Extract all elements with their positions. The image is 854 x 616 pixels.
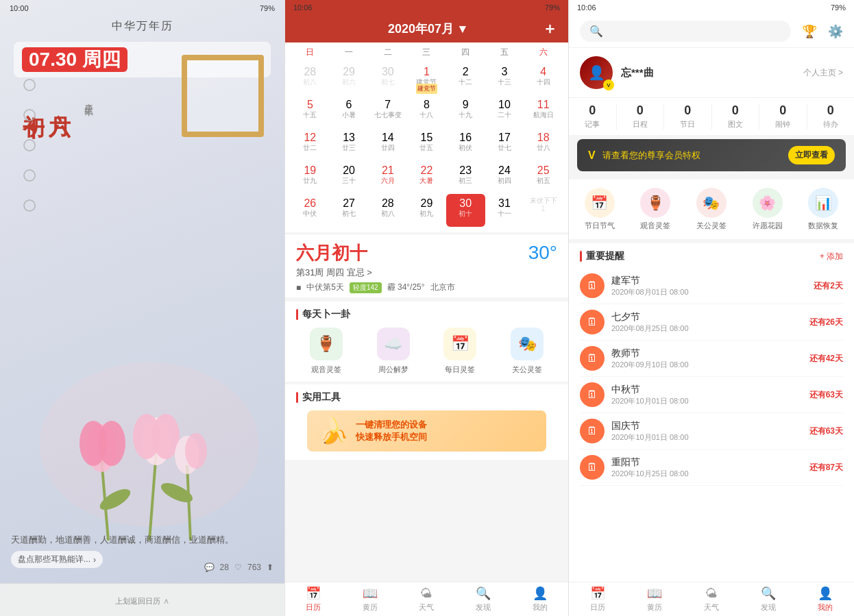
cal-day-22[interactable]: 22大暑 xyxy=(407,161,446,194)
cal-day-1[interactable]: 1 建党节 建党节 xyxy=(407,62,446,95)
feature-recovery[interactable]: 📊 数据恢复 xyxy=(798,188,849,231)
zhougong-icon: ☁️ xyxy=(377,328,410,360)
tools-section: 实用工具 🍌 一键清理您的设备 快速释放手机空间 xyxy=(285,384,568,460)
army-icon: 🗓 xyxy=(580,273,605,298)
tools-banner[interactable]: 🍌 一键清理您的设备 快速释放手机空间 xyxy=(307,410,546,452)
settings-icon[interactable]: ⚙️ xyxy=(828,24,843,39)
cal-day-11[interactable]: 11航海日 xyxy=(524,95,563,128)
cal-day-23[interactable]: 23初三 xyxy=(446,161,485,194)
cal-day-15[interactable]: 15廿五 xyxy=(407,128,446,161)
cal-day-26[interactable]: 26中伏 xyxy=(291,194,330,227)
nav-tab-mine[interactable]: 👤 我的 xyxy=(511,582,568,616)
right-nav-weather[interactable]: 🌤 天气 xyxy=(683,582,740,616)
stat-schedule-label: 日程 xyxy=(617,119,664,130)
add-reminder-button[interactable]: + 添加 xyxy=(820,251,843,262)
calendar-nav-icon: 📅 xyxy=(306,586,321,601)
banner-line1: 一键清理您的设备 xyxy=(356,419,427,431)
avatar: 👤 V xyxy=(580,56,613,89)
cal-day-20[interactable]: 20三十 xyxy=(330,161,369,194)
cal-day-8[interactable]: 8十八 xyxy=(407,95,446,128)
cal-day-6[interactable]: 6小暑 xyxy=(330,95,369,128)
cal-day-24[interactable]: 24初四 xyxy=(485,161,524,194)
cal-day-13[interactable]: 13廿三 xyxy=(330,128,369,161)
cal-day-25[interactable]: 25初五 xyxy=(524,161,563,194)
right-nav-mine[interactable]: 👤 我的 xyxy=(797,582,854,616)
svg-point-11 xyxy=(133,414,160,459)
nav-tab-discover[interactable]: 🔍 发现 xyxy=(455,582,512,616)
tool-guangong[interactable]: 🎭 关公灵签 xyxy=(497,328,557,375)
cal-day-27[interactable]: 27初七 xyxy=(330,194,369,227)
cal-day-28-prev[interactable]: 28初八 xyxy=(291,62,330,95)
recovery-icon: 📊 xyxy=(808,188,838,218)
profile-page-button[interactable]: 个人主页 > xyxy=(803,67,843,79)
tool-guanyin[interactable]: 🏺 观音灵签 xyxy=(296,328,356,375)
army-date: 2020年08月01日 08:00 xyxy=(611,287,807,297)
divination-title: 每天卜一卦 xyxy=(296,308,557,321)
stat-todo-label: 待办 xyxy=(807,119,855,130)
cal-day-14[interactable]: 14廿四 xyxy=(368,128,407,161)
nav-tab-weather[interactable]: 🌤 天气 xyxy=(398,582,455,616)
national-name: 国庆节 xyxy=(611,420,803,432)
nav-tab-huangli[interactable]: 📖 黄历 xyxy=(342,582,399,616)
cal-day-21[interactable]: 21六月 xyxy=(368,161,407,194)
cal-day-10[interactable]: 10二十 xyxy=(485,95,524,128)
right-nav-discover-label: 发现 xyxy=(761,602,776,613)
calendar-add-button[interactable]: ＋ xyxy=(542,19,557,39)
bottom-link[interactable]: 盘点那些耳熟能详... › xyxy=(11,551,103,568)
cal-day-3[interactable]: 3十三 xyxy=(485,62,524,95)
reminder-national: 🗓 国庆节 2020年10月01日 08:00 还有63天 xyxy=(580,413,843,449)
nav-label-weather: 天气 xyxy=(419,602,434,613)
cal-day-30-prev[interactable]: 30初七 xyxy=(368,62,407,95)
cal-day-7[interactable]: 7七七事变 xyxy=(368,95,407,128)
selected-lunar: 六月初十 xyxy=(296,241,367,265)
cal-day-1-next[interactable]: 末伏下下1 xyxy=(524,194,563,227)
tool-zhougong[interactable]: ☁️ 周公解梦 xyxy=(363,328,424,375)
weekday-sun: 日 xyxy=(291,47,330,58)
cal-day-16[interactable]: 16初伏 xyxy=(446,128,485,161)
cal-day-29[interactable]: 29初九 xyxy=(407,194,446,227)
cal-day-17[interactable]: 17廿七 xyxy=(485,128,524,161)
weather-desc: 霾 34°/25° xyxy=(387,282,425,293)
right-nav-calendar[interactable]: 📅 日历 xyxy=(569,582,626,616)
garden-icon: 🌸 xyxy=(753,188,783,218)
cal-day-29-prev[interactable]: 29初六 xyxy=(330,62,369,95)
chongyang-name: 重阳节 xyxy=(611,456,803,469)
cal-day-2[interactable]: 2十二 xyxy=(446,62,485,95)
feature-guangong[interactable]: 🎭 关公灵签 xyxy=(686,188,737,231)
weekday-mon: 一 xyxy=(330,47,369,58)
cal-day-19[interactable]: 19廿九 xyxy=(291,161,330,194)
cal-day-4[interactable]: 4十四 xyxy=(524,62,563,95)
cal-day-18[interactable]: 18廿八 xyxy=(524,128,563,161)
cal-day-12[interactable]: 12廿二 xyxy=(291,128,330,161)
right-status-icons: 79% xyxy=(831,3,846,12)
trophy-icon[interactable]: 🏆 xyxy=(802,24,817,39)
feature-festival[interactable]: 📅 节日节气 xyxy=(574,188,625,231)
cal-day-31[interactable]: 31十一 xyxy=(485,194,524,227)
right-nav-huangli[interactable]: 📖 黄历 xyxy=(626,582,683,616)
lunar-month: 六月 xyxy=(47,97,73,102)
feature-guanyin[interactable]: 🏺 观音灵签 xyxy=(631,188,681,231)
link-text: 盘点那些耳熟能详... xyxy=(18,554,90,565)
location: 北京市 xyxy=(430,282,455,293)
cal-day-30-today[interactable]: 30初十 xyxy=(446,194,485,227)
festival-icon: 📅 xyxy=(585,188,615,218)
left-status-bar: 10:00 79% xyxy=(0,0,284,16)
week-info[interactable]: 第31周 周四 宜忌 > xyxy=(296,267,557,279)
right-nav-discover[interactable]: 🔍 发现 xyxy=(740,582,797,616)
cal-day-5[interactable]: 5十五 xyxy=(291,95,330,128)
cal-day-28[interactable]: 28初八 xyxy=(368,194,407,227)
national-countdown: 还有63天 xyxy=(809,426,843,437)
guanyin-feature-icon: 🏺 xyxy=(640,188,670,218)
vip-check-button[interactable]: 立即查看 xyxy=(788,146,835,164)
app-title: 中华万年历 xyxy=(0,16,284,36)
tool-daily[interactable]: 📅 每日灵签 xyxy=(430,328,491,375)
stat-article-label: 图文 xyxy=(712,119,759,130)
search-box[interactable]: 🔍 xyxy=(580,21,791,42)
cal-day-9[interactable]: 9十九 xyxy=(446,95,485,128)
teacher-icon: 🗓 xyxy=(580,346,605,371)
feature-garden[interactable]: 🌸 许愿花园 xyxy=(742,188,793,231)
nav-tab-calendar[interactable]: 📅 日历 xyxy=(285,582,342,616)
nav-label-huangli: 黄历 xyxy=(363,602,378,613)
right-top-bar: 🔍 🏆 ⚙️ xyxy=(569,15,854,47)
search-icon: 🔍 xyxy=(589,25,603,38)
